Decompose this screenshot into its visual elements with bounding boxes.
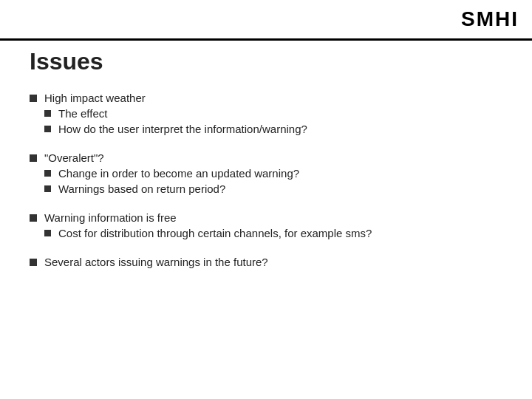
sub-list-item: How do the user interpret the informatio… <box>44 123 307 135</box>
list-item: Warning information is freeCost for dist… <box>30 211 502 242</box>
top-bar: SMHI <box>0 0 532 41</box>
sub-list-item: Warnings based on return period? <box>44 183 299 195</box>
bullet-label: Several actors issuing warnings in the f… <box>44 256 268 268</box>
smhi-logo: SMHI <box>461 7 519 31</box>
bullet-label: Warning information is free <box>44 211 372 224</box>
issues-list: High impact weatherThe effectHow do the … <box>30 92 502 268</box>
sub-list-item: Cost for distribution through certain ch… <box>44 227 372 239</box>
sub-bullet-icon <box>44 185 51 192</box>
page-title: Issues <box>30 48 502 75</box>
sub-bullet-label: How do the user interpret the informatio… <box>58 123 307 135</box>
bullet-icon <box>30 95 37 102</box>
bullet-label: "Overalert"? <box>44 151 299 164</box>
list-item: High impact weatherThe effectHow do the … <box>30 92 502 138</box>
bullet-icon <box>30 214 37 222</box>
bullet-icon <box>30 154 37 162</box>
sub-bullet-label: Warnings based on return period? <box>58 183 225 195</box>
sub-bullet-label: The effect <box>58 107 107 120</box>
sub-bullet-icon <box>44 126 51 132</box>
sub-bullet-icon <box>44 230 51 236</box>
sub-list: Cost for distribution through certain ch… <box>44 227 372 242</box>
sub-list: Change in order to become an updated war… <box>44 167 299 198</box>
sub-bullet-label: Cost for distribution through certain ch… <box>58 227 372 239</box>
sub-list-item: The effect <box>44 107 307 120</box>
bullet-icon <box>30 259 37 266</box>
list-item: "Overalert"?Change in order to become an… <box>30 151 502 198</box>
main-content: Issues High impact weatherThe effectHow … <box>30 48 502 384</box>
sub-bullet-icon <box>44 110 51 117</box>
bullet-label: High impact weather <box>44 92 307 104</box>
sub-bullet-label: Change in order to become an updated war… <box>58 167 299 180</box>
sub-list-item: Change in order to become an updated war… <box>44 167 299 180</box>
list-item: Several actors issuing warnings in the f… <box>30 256 502 268</box>
sub-list: The effectHow do the user interpret the … <box>44 107 307 138</box>
sub-bullet-icon <box>44 170 51 177</box>
